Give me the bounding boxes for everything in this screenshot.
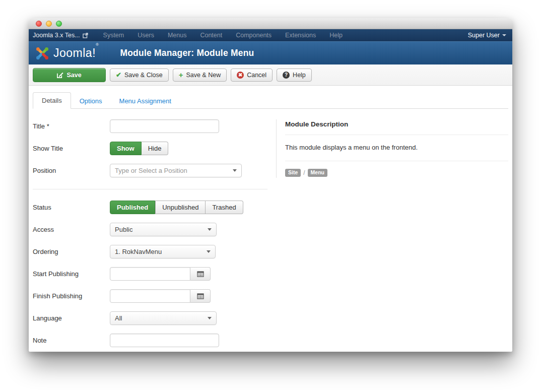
page-title: Module Manager: Module Menu — [120, 48, 254, 58]
finish-publishing-input[interactable] — [110, 289, 190, 303]
save-new-button[interactable]: + Save & New — [173, 69, 227, 82]
badge-separator: / — [303, 169, 305, 176]
tab-options[interactable]: Options — [71, 93, 111, 109]
ordering-select[interactable]: 1. RokNavMenu — [110, 245, 216, 258]
note-row: Note — [33, 334, 267, 347]
site-badge: Site — [285, 169, 301, 177]
content-area: Details Options Menu Assignment Title * … — [29, 92, 512, 352]
status-trashed-button[interactable]: Trashed — [206, 201, 243, 214]
save-close-button-label: Save & Close — [124, 72, 163, 79]
menu-badge: Menu — [308, 169, 327, 177]
language-row: Language All — [33, 311, 267, 325]
finish-publishing-row: Finish Publishing — [33, 289, 267, 303]
form-divider — [33, 189, 267, 189]
start-publishing-input[interactable] — [110, 267, 190, 281]
app-window: Joomla 3.x Tes... System Users Menus Con… — [29, 18, 512, 352]
cancel-button-label: Cancel — [247, 72, 266, 79]
title-input[interactable] — [110, 119, 219, 133]
cancel-icon: ✖ — [237, 72, 244, 79]
title-label: Title * — [33, 122, 110, 130]
module-description-panel: Module Description This module displays … — [276, 119, 508, 178]
status-unpublished-button[interactable]: Unpublished — [155, 201, 206, 214]
status-label: Status — [33, 204, 110, 211]
toolbar: Save ✔ Save & Close + Save & New ✖ Cance… — [29, 64, 512, 86]
help-button-label: Help — [293, 72, 306, 79]
plus-icon: + — [179, 71, 183, 79]
menu-item-components[interactable]: Components — [236, 32, 272, 39]
cancel-button[interactable]: ✖ Cancel — [231, 69, 273, 82]
language-select[interactable]: All — [110, 311, 217, 325]
site-brand-link[interactable]: Joomla 3.x Tes... — [33, 32, 88, 39]
save-close-button[interactable]: ✔ Save & Close — [110, 69, 169, 82]
joomla-logo-icon — [35, 46, 50, 61]
finish-publishing-label: Finish Publishing — [33, 292, 110, 300]
tab-details[interactable]: Details — [33, 92, 71, 109]
dropdown-arrow-icon — [207, 250, 211, 253]
status-published-button[interactable]: Published — [110, 201, 155, 214]
show-title-row: Show Title Show Hide — [33, 142, 267, 155]
show-title-hide-button[interactable]: Hide — [142, 142, 169, 155]
access-value: Public — [115, 226, 204, 233]
user-menu-dropdown[interactable]: Super User — [468, 32, 506, 39]
ordering-label: Ordering — [33, 248, 110, 255]
dropdown-arrow-icon — [208, 317, 212, 319]
module-form: Title * Show Title Show Hide Position — [33, 119, 267, 352]
ordering-value: 1. RokNavMenu — [115, 248, 202, 255]
access-select[interactable]: Public — [110, 223, 217, 236]
page-header: Joomla!® Module Manager: Module Menu — [29, 41, 512, 64]
calendar-icon — [197, 271, 204, 277]
menu-item-system[interactable]: System — [103, 32, 124, 39]
menu-item-content[interactable]: Content — [200, 32, 222, 39]
position-label: Position — [33, 167, 110, 174]
minimize-window-button[interactable] — [46, 21, 52, 27]
close-window-button[interactable] — [36, 21, 42, 27]
site-brand-label: Joomla 3.x Tes... — [33, 32, 80, 39]
external-link-icon — [83, 33, 88, 38]
access-label: Access — [33, 226, 110, 233]
save-button-label: Save — [66, 72, 81, 79]
language-value: All — [115, 314, 204, 322]
calendar-icon — [197, 293, 204, 299]
menu-item-users[interactable]: Users — [138, 32, 154, 39]
joomla-logo-text: Joomla!® — [53, 46, 99, 60]
check-icon: ✔ — [116, 71, 121, 79]
user-menu-label: Super User — [468, 32, 500, 39]
position-placeholder: Type or Select a Position — [115, 167, 229, 174]
window-titlebar[interactable] — [29, 18, 512, 29]
help-button[interactable]: ? Help — [277, 69, 312, 82]
save-edit-icon — [57, 72, 63, 78]
module-description-text: This module displays a menu on the front… — [285, 135, 508, 161]
zoom-window-button[interactable] — [56, 21, 62, 27]
finish-publishing-calendar-button[interactable] — [190, 289, 211, 303]
dropdown-arrow-icon — [233, 169, 237, 172]
start-publishing-calendar-button[interactable] — [190, 267, 211, 281]
tab-menu-assignment[interactable]: Menu Assignment — [111, 93, 180, 109]
admin-menu: System Users Menus Content Components Ex… — [103, 32, 468, 39]
note-input[interactable] — [110, 334, 219, 347]
ordering-row: Ordering 1. RokNavMenu — [33, 245, 267, 258]
tab-bar: Details Options Menu Assignment — [33, 92, 508, 109]
start-publishing-row: Start Publishing — [33, 267, 267, 281]
start-publishing-label: Start Publishing — [33, 270, 110, 278]
status-toggle: Published Unpublished Trashed — [110, 201, 243, 214]
show-title-show-button[interactable]: Show — [110, 142, 142, 155]
menu-item-extensions[interactable]: Extensions — [285, 32, 316, 39]
show-title-toggle: Show Hide — [110, 142, 168, 155]
menu-item-menus[interactable]: Menus — [168, 32, 187, 39]
note-label: Note — [33, 337, 110, 344]
save-button[interactable]: Save — [33, 68, 106, 82]
admin-navbar: Joomla 3.x Tes... System Users Menus Con… — [29, 29, 512, 41]
registered-mark: ® — [96, 42, 99, 47]
language-label: Language — [33, 314, 110, 322]
module-description-heading: Module Description — [285, 119, 508, 135]
access-row: Access Public — [33, 223, 267, 236]
save-new-button-label: Save & New — [186, 72, 221, 79]
dropdown-arrow-icon — [208, 228, 212, 231]
chevron-down-icon — [502, 34, 506, 36]
position-row: Position Type or Select a Position — [33, 164, 267, 177]
desktop-background: Joomla 3.x Tes... System Users Menus Con… — [0, 0, 541, 392]
menu-item-help[interactable]: Help — [329, 32, 343, 39]
position-select[interactable]: Type or Select a Position — [110, 164, 242, 177]
show-title-label: Show Title — [33, 145, 110, 152]
status-row: Status Published Unpublished Trashed — [33, 201, 267, 214]
